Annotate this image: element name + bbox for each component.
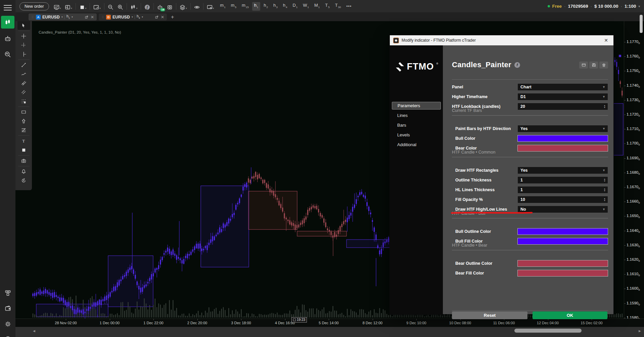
stepper-arrows-icon[interactable]: ▲▼ [604,104,608,109]
chart-window-button[interactable]: ▾ [54,3,61,10]
zoom-out-button[interactable] [108,3,113,10]
tab-timeframe[interactable]: h1 [66,14,70,20]
strategy-builder-button[interactable] [167,3,173,10]
dropdown[interactable]: Yes▼ [517,167,608,174]
more-timeframes-button[interactable]: ••• [347,4,352,9]
sidebar-item-settings[interactable] [1,318,14,330]
zoom-in-button[interactable] [118,3,123,10]
timeframe-M1[interactable]: M1 [312,2,322,11]
color-swatch[interactable] [517,260,608,267]
draw-tool-dot-grid[interactable] [17,97,30,106]
save-button[interactable] [589,61,598,69]
draw-tool-crosshair[interactable] [17,32,30,41]
color-swatch[interactable] [517,270,608,277]
stepper-arrows-icon[interactable]: ▲▼ [604,188,608,192]
color-swatch[interactable] [517,228,608,235]
draw-tool-snapshot[interactable] [17,156,30,165]
draw-tool-text[interactable]: T [17,136,30,145]
timeframe-T5[interactable]: T5 [323,2,331,11]
tab-timeframe[interactable]: h4 [137,14,140,20]
number-stepper[interactable]: 1▲▼ [517,176,608,184]
draw-tool-crosshair-dotted[interactable] [17,41,30,50]
delete-button[interactable] [599,61,608,69]
draw-tool-parallel-lines[interactable] [17,88,30,97]
scroll-right-icon[interactable]: ▶ [639,329,641,333]
sidebar-item-wallet[interactable] [1,302,14,314]
vertical-scrollbar-thumb[interactable] [640,15,643,33]
price-axis[interactable]: 1.177001.176001.175001.174001.173001.172… [624,21,644,319]
dialog-titlebar[interactable]: Modify indicator - FTMO Platform cTrader… [390,35,613,45]
timeframe-h2[interactable]: h2 [262,2,270,11]
indicator-label[interactable]: Candles_Painter (D1, 20, Yes, Yes, 1, 1,… [39,30,121,34]
chart-type-candles-button[interactable]: ▾ [130,3,138,10]
number-stepper[interactable]: 1▲▼ [517,186,608,194]
timeframe-D1[interactable]: D1 [290,2,300,11]
close-tab-icon[interactable]: ✕ [161,15,164,19]
timeframe-h3[interactable]: h3 [271,2,280,11]
scrollbar-thumb[interactable] [514,329,582,333]
dialog-nav-lines[interactable]: Lines [392,112,441,119]
timeframe-m15[interactable]: m15 [240,2,251,11]
timeframe-T30[interactable]: T30 [333,2,343,11]
timeframe-h1[interactable]: h1 [252,2,261,11]
number-stepper[interactable]: 20▲▼ [517,103,608,110]
draw-tool-cursor[interactable] [17,21,30,30]
sidebar-item-market-scanner[interactable] [1,48,14,61]
dialog-nav-levels[interactable]: Levels [392,131,441,139]
horizontal-scrollbar[interactable]: ◀ ▶ [15,327,644,337]
chart-tab-eurusd-h1[interactable]: AEURUSD▾h1▾✕ [29,13,97,20]
close-icon[interactable]: ✕ [602,38,610,43]
sidebar-item-active-chart[interactable] [1,16,14,29]
time-axis[interactable]: 28 Nov 02:001 Dec 00:001 Dec 22:002 Dec … [15,319,644,327]
timeframe-W1[interactable]: W1 [301,2,311,11]
ok-button[interactable]: OK [533,311,607,319]
account-selector[interactable]: Free · 17029569 · $ 10 000.00 · 1:100 ▾ [548,4,644,9]
layers-button[interactable]: ▾ [180,3,187,10]
workspace-layout-button[interactable]: ▾ [65,3,72,10]
stepper-arrows-icon[interactable]: ▲▼ [604,178,608,182]
chevron-down-icon[interactable]: ▾ [61,15,63,18]
dialog-nav-parameters[interactable]: Parameters [392,102,441,110]
dropdown[interactable]: Yes▼ [517,125,608,132]
draw-tool-equidistant-channel[interactable] [17,79,30,88]
chart-settings-button[interactable]: ▾ [207,3,214,10]
chevron-down-icon[interactable]: ▾ [132,15,133,18]
template-button[interactable] [579,61,588,69]
dialog-nav-additional[interactable]: Additional [392,141,441,149]
timeframe-m1[interactable]: m1 [218,2,227,11]
draw-tool-fibonacci[interactable] [17,126,30,135]
dropdown[interactable]: No▼ [517,206,608,213]
color-swatch[interactable] [517,135,608,142]
sidebar-item-algo-bot[interactable] [1,32,14,45]
color-swatch[interactable] [517,238,608,245]
chart-edit-button[interactable]: ▾ [93,3,101,10]
sidebar-item-withdrawal[interactable] [1,286,14,299]
number-stepper[interactable]: 10▲▼ [517,196,608,203]
algo-bot-button[interactable]: 18 [157,3,163,10]
chart-tab-eurusd-h4[interactable]: DEURUSD▾h4▾✕ [99,13,167,20]
color-swatch[interactable] [517,145,608,152]
reset-button[interactable]: Reset [452,311,527,319]
close-tab-icon[interactable]: ✕ [91,15,94,19]
draw-tool-freehand[interactable] [17,70,30,79]
draw-tool-replay[interactable] [17,176,30,185]
draw-tool-arrow-up[interactable] [17,117,30,126]
filled-square-button[interactable]: ▾ [79,3,87,10]
dropdown[interactable]: Chart▼ [517,83,608,91]
stepper-arrows-icon[interactable]: ▲▼ [604,198,608,202]
new-order-button[interactable]: New order [19,2,49,10]
draw-tool-filled-square[interactable] [17,145,30,155]
add-chart-tab-button[interactable]: + [171,14,174,20]
object-visibility-button[interactable] [194,3,200,10]
timeframe-h4[interactable]: h4 [281,2,289,11]
chevron-down-icon[interactable]: ▾ [72,15,73,18]
draw-tool-rectangle[interactable] [17,108,30,117]
scroll-left-icon[interactable]: ◀ [33,329,35,333]
dropdown[interactable]: D1▼ [517,93,608,100]
chevron-down-icon[interactable]: ▾ [142,15,143,18]
draw-tool-trend-line[interactable] [17,60,30,70]
draw-tool-crosshair-half[interactable] [17,50,30,59]
draw-tool-alerts[interactable] [17,167,30,176]
dialog-nav-bars[interactable]: Bars [392,121,441,129]
timeframe-m5[interactable]: m5 [229,2,238,11]
